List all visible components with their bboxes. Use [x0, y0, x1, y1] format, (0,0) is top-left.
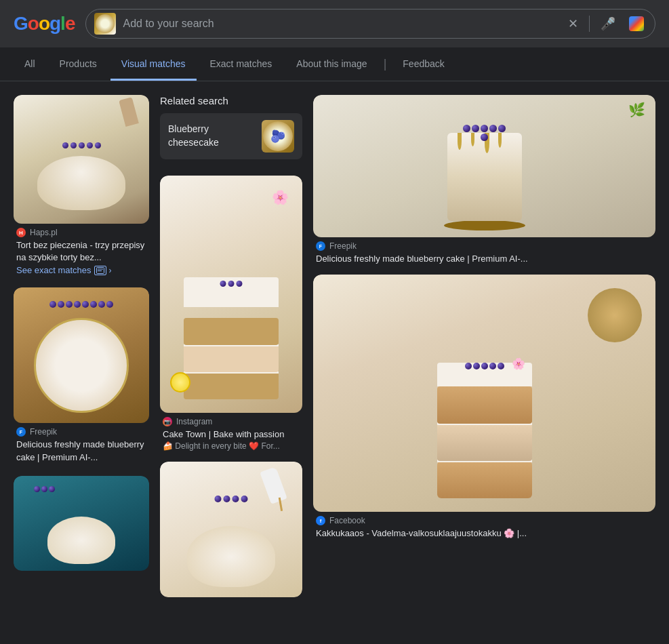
lens-search-button[interactable] — [626, 14, 647, 34]
search-thumbnail-image — [94, 13, 116, 35]
related-search-section: Related search Blueberry cheesecake 🫐 — [160, 95, 302, 165]
result-card-freepik-1[interactable]: F Freepik Delicious freshly made blueber… — [14, 287, 149, 464]
tab-visual-matches[interactable]: Visual matches — [110, 49, 197, 81]
chip-line1: Blueberry — [168, 123, 219, 136]
tab-all[interactable]: All — [14, 49, 46, 81]
search-icon-group: ✕ 🎤 — [565, 14, 647, 34]
google-logo: Google — [14, 13, 75, 35]
card-source-freepik-1: F Freepik Delicious freshly made blueber… — [14, 423, 149, 464]
card-title-haps: Tort bez pieczenia - trzy przepisy na sz… — [16, 239, 146, 264]
favicon-freepik-1: F — [16, 427, 26, 437]
voice-search-button[interactable]: 🎤 — [598, 14, 618, 34]
result-card-freepik-2[interactable]: 🌿 F Freepik Delicious freshly made blueb… — [313, 95, 655, 266]
close-icon: ✕ — [568, 16, 578, 31]
source-name-facebook: Facebook — [329, 516, 365, 525]
tab-exact-matches[interactable]: Exact matches — [199, 49, 283, 81]
tab-products[interactable]: Products — [49, 49, 108, 81]
result-card-pour[interactable] — [160, 462, 302, 597]
main-content: H Haps.pl Tort bez pieczenia - trzy prze… — [0, 81, 669, 611]
card-source-facebook: f Facebook Kakkukaaos - Vadelma-valkosuk… — [313, 512, 655, 541]
result-card-haps[interactable]: H Haps.pl Tort bez pieczenia - trzy prze… — [14, 95, 149, 277]
header: Google Add to your search ✕ 🎤 — [0, 0, 669, 47]
card-title-facebook: Kakkukaaos - Vadelma-valkosuklaajuustoka… — [316, 527, 653, 540]
lens-icon — [629, 16, 644, 31]
source-name-freepik-1: Freepik — [30, 427, 57, 437]
tab-about-this-image[interactable]: About this image — [285, 49, 378, 81]
card-source-haps: H Haps.pl Tort bez pieczenia - trzy prze… — [14, 224, 149, 277]
right-column: 🌿 F Freepik Delicious freshly made blueb… — [313, 95, 655, 541]
card-title-freepik-1: Delicious freshly made blueberry cake | … — [16, 439, 146, 463]
see-exact-arrow-icon: › — [109, 266, 112, 275]
nav-divider: | — [381, 57, 390, 71]
result-card-instagram[interactable]: 🌸 📷 Instagram Cake Town | Bake with pass… — [160, 176, 302, 454]
result-card-teal[interactable] — [14, 476, 149, 571]
chip-line2: cheesecake — [168, 136, 219, 150]
related-search-title: Related search — [160, 95, 302, 106]
favicon-haps: H — [16, 228, 26, 237]
tab-feedback[interactable]: Feedback — [392, 49, 455, 81]
favicon-facebook: f — [316, 516, 325, 525]
left-column: H Haps.pl Tort bez pieczenia - trzy prze… — [14, 95, 149, 571]
search-placeholder-text: Add to your search — [123, 18, 559, 30]
favicon-freepik-2: F — [316, 241, 325, 251]
middle-column: Related search Blueberry cheesecake 🫐 — [160, 95, 302, 597]
card-title-freepik-2: Delicious freshly made blueberry cake | … — [316, 253, 653, 265]
source-name-freepik-2: Freepik — [329, 241, 357, 251]
search-bar[interactable]: Add to your search ✕ 🎤 — [85, 9, 655, 39]
see-exact-matches-link[interactable]: See exact matches › — [16, 265, 146, 275]
microphone-icon: 🎤 — [601, 16, 615, 31]
chip-thumbnail: 🫐 — [262, 120, 294, 153]
card-source-freepik-2: F Freepik Delicious freshly made blueber… — [313, 237, 655, 266]
favicon-instagram: 📷 — [163, 417, 172, 426]
source-name-haps: Haps.pl — [30, 228, 58, 237]
see-exact-label: See exact matches — [16, 265, 92, 275]
clear-button[interactable]: ✕ — [565, 14, 581, 34]
result-card-facebook[interactable]: 🌸 f Facebook Kakkukaaos - Vadelma-valkos… — [313, 275, 655, 541]
source-name-instagram: Instagram — [176, 417, 212, 426]
card-source-instagram: 📷 Instagram Cake Town | Bake with passio… — [160, 413, 302, 454]
chip-text: Blueberry cheesecake — [168, 123, 219, 149]
nav-tabs: All Products Visual matches Exact matche… — [0, 47, 669, 81]
exact-match-icon — [94, 266, 106, 275]
card-title-instagram: Cake Town | Bake with passion — [163, 428, 300, 441]
related-search-chip[interactable]: Blueberry cheesecake 🫐 — [160, 113, 302, 159]
card-subtitle-instagram: 🍰 Delight in every bite ❤️ For... — [163, 441, 300, 452]
